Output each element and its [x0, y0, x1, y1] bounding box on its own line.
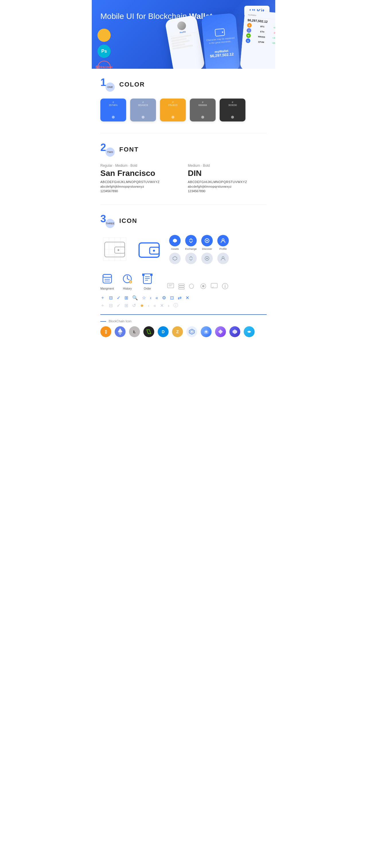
wallet-filled-icon: [135, 235, 163, 264]
gear-icon: ⚙: [162, 295, 166, 301]
divider-1: [101, 133, 266, 133]
purple-icon: [215, 326, 226, 337]
order-svg: [141, 272, 154, 285]
sf-alphabet-lower: abcdefghijklmnopqrstuvwxyz: [101, 185, 179, 188]
box-icon: ⊡: [170, 295, 174, 301]
font-section: 2 TWO FONT Regular · Medium · Bold San F…: [101, 143, 266, 193]
icon-section-header: 3 THREE ICON: [101, 214, 266, 228]
svg-point-12: [117, 249, 119, 251]
svg-marker-54: [190, 330, 193, 333]
hero-badges: S Ps 60+ Screens: [97, 29, 111, 69]
font-grid: Regular · Medium · Bold San Francisco AB…: [101, 163, 266, 193]
din-numbers: 1234567890: [188, 189, 266, 193]
discover-inactive-icon: [201, 253, 213, 264]
neo-icon: [143, 326, 154, 337]
color-swatches: #3574FA #8DA0C8 #F5A623 #666666: [101, 98, 266, 121]
swatch-color-blue: #3574FA: [101, 98, 126, 121]
history-svg: [121, 272, 134, 285]
font-title: FONT: [119, 146, 139, 153]
wallet-wireframe-svg: [101, 235, 129, 264]
svg-rect-41: [179, 284, 185, 285]
eth-icon: [115, 326, 125, 337]
back-icon: ‹: [150, 296, 151, 301]
swatch-orange: #F5A623: [160, 98, 186, 121]
svg-rect-25: [103, 274, 112, 277]
svg-rect-42: [179, 286, 185, 287]
blockchain-label-text: BlockChain Icon: [109, 319, 132, 323]
check-gray-icon: ✓: [117, 303, 120, 308]
exchange-icon: [185, 235, 197, 246]
din-alphabet-lower: abcdefghijklmnopqrstuvwxyz: [188, 185, 266, 188]
neo-svg: [146, 329, 152, 335]
mgmt-icon-item: Mangment: [101, 272, 114, 290]
ps-icon: Ps: [101, 49, 107, 54]
svg-marker-20: [173, 256, 177, 260]
discover-svg: [204, 238, 210, 244]
exchange-label: Exchange: [185, 248, 197, 250]
zcash-icon: Z: [172, 326, 183, 337]
poly-svg: [232, 329, 238, 335]
icon-title: ICON: [119, 217, 137, 225]
blue2-svg: [246, 329, 252, 335]
din-style-label: Medium · Bold: [188, 163, 266, 167]
svg-marker-52: [147, 330, 151, 334]
section-two-circle: TWO: [106, 148, 115, 157]
phone-screen-3: myWallet + $6,297,502.12 ₿ BTC +5% Ξ ETH…: [240, 10, 275, 69]
svg-rect-13: [139, 243, 159, 257]
profile-svg: [220, 238, 226, 244]
profile-inactive-svg: [220, 255, 226, 261]
info-gray-icon: ⓘ: [173, 303, 178, 309]
wallet-filled-svg: [138, 238, 161, 261]
phone-mockup-1: Profile: [165, 15, 205, 69]
moon-icon: [188, 282, 196, 290]
sketch-badge: S: [97, 29, 111, 42]
divider-2: [101, 204, 266, 205]
phones-mockup-area: Profile Character may be mastered in the…: [161, 11, 275, 69]
sketch-icon: S: [102, 32, 106, 39]
grid-icon: ⊞: [124, 295, 128, 301]
blockchain-line: [101, 321, 106, 322]
utility-icons-gray: ＋ ⊟ ✓ ⊞ ↺ ★ ‹ « ✕ › ⓘ: [101, 303, 266, 309]
check-icon: ✓: [117, 295, 120, 301]
nav-icons-col: Assets Exchange: [169, 235, 229, 267]
order-label: Order: [144, 287, 151, 290]
exchange-svg: [188, 238, 194, 244]
history-icon-item: History: [121, 272, 134, 290]
phone-screen-1: Profile: [165, 15, 205, 69]
icon-main-grid: Assets Exchange: [101, 235, 266, 267]
color-section: 1 ONE COLOR #3574FA #8DA0C8 #F5A623: [101, 78, 266, 121]
font-section-header: 2 TWO FONT: [101, 143, 266, 157]
sf-style-label: Regular · Medium · Bold: [101, 163, 179, 167]
exchange-icon-item: Exchange: [185, 235, 197, 250]
icon-section: 3 THREE ICON: [101, 214, 266, 337]
btc-icon: ₿: [101, 326, 111, 337]
section-number-1: 1 ONE: [101, 78, 115, 92]
section-three-circle: THREE: [106, 219, 115, 228]
svg-rect-46: [211, 283, 217, 288]
blue2-icon: [244, 326, 255, 337]
section-one-circle: ONE: [106, 83, 115, 92]
swatch-blue: #3574FA: [101, 98, 126, 121]
svg-marker-50: [118, 328, 122, 333]
management-svg: [101, 272, 114, 285]
svg-marker-53: [189, 329, 194, 334]
search-icon: 🔍: [132, 295, 138, 301]
svg-marker-55: [218, 330, 223, 334]
svg-point-22: [206, 258, 208, 259]
star-icon: ☆: [142, 295, 146, 301]
screens-badge: 60+ Screens: [97, 61, 111, 69]
discover-inactive-svg: [204, 255, 210, 261]
discover-icon: [201, 235, 213, 246]
purple-svg: [218, 329, 223, 335]
chat-icon: [167, 282, 175, 290]
forward-gray-icon: ›: [168, 303, 169, 308]
svg-point-45: [202, 285, 204, 287]
font-sf: Regular · Medium · Bold San Francisco AB…: [101, 163, 179, 193]
swap-icon: ⇄: [178, 295, 181, 301]
nav-icons-inactive-row: [169, 253, 229, 264]
assets-icon-item: Assets: [169, 235, 181, 250]
swatch-color-dark: #303030: [220, 98, 246, 121]
profile-label: Profile: [219, 248, 227, 250]
svg-rect-37: [150, 274, 152, 276]
swatch-dark: #303030: [220, 98, 246, 121]
